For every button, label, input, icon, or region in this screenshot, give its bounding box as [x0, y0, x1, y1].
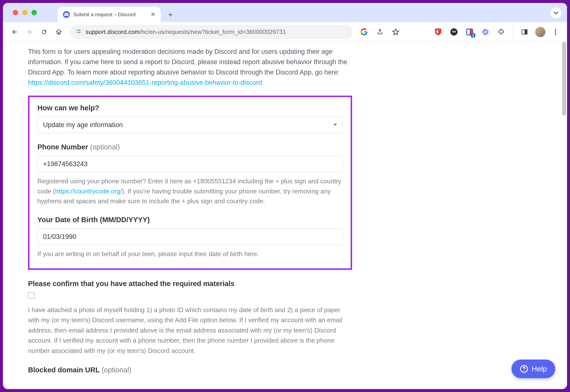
- url-text: support.discord.com/hc/en-us/requests/ne…: [86, 29, 286, 35]
- toolbar-separator: [513, 28, 513, 36]
- new-tab-button[interactable]: ＋: [164, 8, 177, 21]
- extension-icon-3[interactable]: 2: [465, 27, 475, 37]
- scrollbar-thumb[interactable]: [562, 42, 566, 116]
- svg-rect-3: [78, 32, 81, 32]
- discord-favicon: [63, 11, 70, 18]
- svg-point-0: [76, 29, 77, 30]
- svg-rect-13: [525, 29, 527, 34]
- confirm-text: I have attached a photo of myself holdin…: [28, 305, 352, 356]
- window-close-button[interactable]: [13, 10, 18, 15]
- home-button[interactable]: [53, 26, 65, 38]
- svg-point-18: [524, 370, 525, 371]
- dob-label: Your Date of Birth (MM/DD/YYYY): [37, 216, 343, 224]
- profile-avatar[interactable]: [535, 27, 545, 37]
- svg-point-1: [76, 32, 77, 33]
- countrycode-link[interactable]: https://countrycode.org/: [55, 188, 122, 195]
- page-viewport: This form is for users appealing moderat…: [3, 42, 567, 389]
- tab-title: Submit a request – Discord: [73, 12, 147, 17]
- window-maximize-button[interactable]: [31, 10, 37, 15]
- confirm-checkbox[interactable]: [28, 292, 34, 299]
- help-select-value: Update my age information: [43, 121, 123, 129]
- extension-icon-4[interactable]: [480, 27, 491, 37]
- ublock-extension-icon[interactable]: [433, 27, 443, 37]
- blocked-url-label: Blocked domain URL (optional): [28, 366, 352, 374]
- help-circle-icon: [520, 365, 528, 373]
- window-controls: [13, 10, 37, 15]
- svg-point-9: [455, 31, 455, 32]
- share-icon[interactable]: [375, 27, 385, 37]
- extension-icon-2[interactable]: [449, 27, 459, 37]
- svg-rect-2: [78, 30, 81, 30]
- forward-button[interactable]: [23, 26, 35, 38]
- svg-point-16: [555, 33, 556, 34]
- chevron-down-icon: [554, 12, 558, 15]
- help-widget-label: Help: [532, 365, 547, 373]
- reload-button[interactable]: [38, 26, 50, 38]
- help-widget-button[interactable]: Help: [511, 360, 555, 378]
- safety-link[interactable]: https://discord.com/safety/360044103651-…: [28, 79, 262, 86]
- back-button[interactable]: [8, 26, 21, 38]
- phone-input[interactable]: [37, 156, 343, 172]
- phone-label: Phone Number (optional): [37, 143, 343, 151]
- intro-text: This form is for users appealing moderat…: [28, 47, 352, 88]
- svg-point-14: [555, 29, 556, 30]
- highlighted-form-section: How can we help? Update my age informati…: [28, 96, 352, 270]
- dob-help-text: If you are writing in on behalf of your …: [37, 249, 343, 259]
- extension-badge: 2: [471, 33, 475, 38]
- google-icon[interactable]: [359, 27, 369, 37]
- svg-point-15: [555, 31, 556, 32]
- phone-help-text: Registered using your phone number? Ente…: [37, 176, 343, 206]
- svg-point-8: [453, 31, 453, 32]
- help-select[interactable]: Update my age information: [37, 116, 343, 133]
- chrome-menu-button[interactable]: [549, 26, 562, 38]
- site-info-icon[interactable]: [75, 28, 82, 36]
- tab-close-button[interactable]: ✕: [150, 11, 155, 18]
- bookmark-icon[interactable]: [390, 27, 401, 37]
- svg-point-5: [450, 28, 457, 35]
- address-bar[interactable]: support.discord.com/hc/en-us/requests/ne…: [70, 25, 353, 39]
- window-minimize-button[interactable]: [22, 10, 28, 15]
- tabs-dropdown-button[interactable]: [550, 7, 562, 19]
- browser-toolbar: support.discord.com/hc/en-us/requests/ne…: [3, 22, 567, 42]
- dob-input[interactable]: [37, 228, 343, 245]
- tab-strip: Submit a request – Discord ✕ ＋: [3, 3, 567, 22]
- confirm-label: Please confirm that you have attached th…: [28, 280, 352, 288]
- side-panel-icon[interactable]: [519, 27, 530, 37]
- extensions-menu-icon[interactable]: [496, 27, 506, 37]
- help-label: How can we help?: [37, 104, 343, 112]
- browser-tab[interactable]: Submit a request – Discord ✕: [58, 7, 161, 22]
